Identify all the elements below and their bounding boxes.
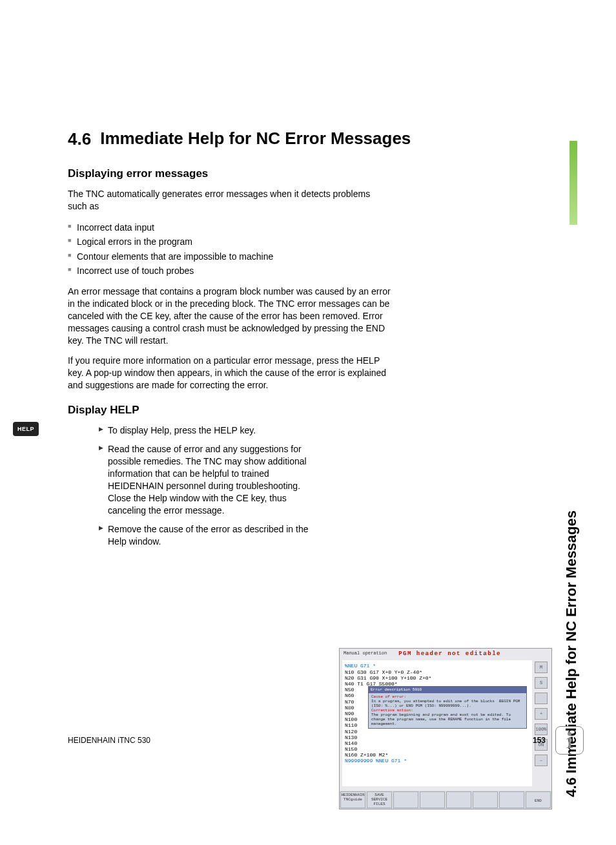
softkey [446, 791, 471, 808]
page: 4.6 Immediate Help for NC Error Messages… [0, 0, 616, 845]
code-line: N150 [345, 746, 529, 752]
nc-code-listing: %NEU G71 * N10 G30 G17 X+0 Y+0 Z-40* N20… [342, 660, 532, 786]
paragraph: If you require more information on a par… [68, 355, 391, 391]
list-item: To display Help, press the HELP key. [99, 424, 320, 437]
list-item: Incorrect use of touch probes [68, 264, 391, 278]
paragraph: The TNC automatically generates error me… [68, 188, 391, 213]
side-icon: + [535, 708, 548, 720]
softkey-end: END [526, 791, 551, 808]
code-line: N120 [345, 729, 529, 735]
action-label: Corrective action: [371, 708, 524, 713]
display-help-block: Display HELP HELP To display Help, press… [68, 404, 546, 547]
list-item: Contour elements that are impossible to … [68, 249, 391, 264]
cause-label: Cause of error: [371, 694, 524, 699]
popup-title: Error description 5010 [369, 687, 526, 693]
footer-product: HEIDENHAIN iTNC 530 [68, 736, 150, 745]
mode-label: Manual operation [344, 651, 387, 657]
help-key-icon: HELP [13, 422, 39, 436]
screenshot-header: Manual operation PGM header not editable [340, 649, 551, 659]
info-icon-stem: 1 [566, 733, 574, 752]
main-content: 4.6 Immediate Help for NC Error Messages… [68, 129, 546, 554]
subheading-displaying: Displaying error messages [68, 167, 546, 180]
page-footer: HEIDENHAIN iTNC 530 153 [68, 736, 546, 745]
list-item: Remove the cause of the error as describ… [99, 523, 320, 548]
subheading-display-help: Display HELP [68, 404, 546, 417]
code-line: N10 G30 G17 X+0 Y+0 Z-40* [345, 669, 529, 675]
list-item: Logical errors in the program [68, 235, 391, 249]
side-icon: S [535, 677, 548, 689]
cause-text: In a program, you attempted to edit one … [371, 699, 524, 708]
section-title: Immediate Help for NC Error Messages [100, 129, 411, 149]
code-line: %NEU G71 * [345, 663, 529, 669]
side-icon: – [535, 755, 548, 766]
code-line: N99999999 %NEU G71 * [345, 758, 529, 764]
info-icon: 1 [555, 726, 584, 755]
softkey: HEIDENHAINTNCguide [340, 791, 365, 808]
error-type-list: Incorrect data input Logical errors in t… [68, 220, 391, 278]
section-heading: 4.6 Immediate Help for NC Error Messages [68, 129, 546, 149]
list-item: Read the cause of error and any suggesti… [99, 443, 320, 516]
paragraph: An error message that contains a program… [68, 286, 391, 346]
section-number: 4.6 [68, 129, 91, 149]
code-line: N160 Z+100 M2* [345, 752, 529, 758]
code-line: N20 G31 G90 X+100 Y+100 Z+0* [345, 675, 529, 681]
softkey [393, 791, 418, 808]
action-text: The program beginning and program end mu… [371, 713, 524, 727]
screenshot-side-icons: M S + 100% ON – [535, 662, 550, 766]
side-icon: 100% [535, 724, 548, 735]
softkey: SAVESERVICEFILES [367, 791, 392, 808]
softkey-row: HEIDENHAINTNCguide SAVESERVICEFILES END [340, 791, 551, 809]
side-icon: M [535, 662, 548, 673]
page-number: 153 [533, 736, 546, 745]
side-tab: 4.6 Immediate Help for NC Error Messages [558, 123, 577, 510]
side-icon [535, 693, 548, 704]
list-item: Incorrect data input [68, 220, 391, 235]
softkey [473, 791, 498, 808]
help-popup: Error description 5010 Cause of error: I… [368, 686, 527, 728]
error-headline: PGM header not editable [398, 651, 501, 657]
softkey [499, 791, 524, 808]
softkey [420, 791, 445, 808]
help-steps-list: To display Help, press the HELP key. Rea… [68, 424, 320, 547]
side-tab-bar [570, 141, 577, 225]
tnc-screenshot: Manual operation PGM header not editable… [339, 648, 552, 809]
